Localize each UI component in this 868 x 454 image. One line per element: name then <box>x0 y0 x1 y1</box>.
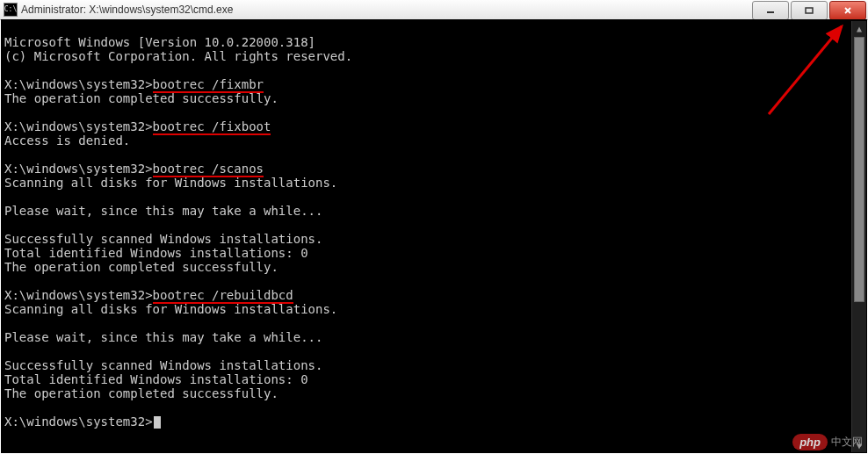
maximize-button[interactable] <box>791 1 828 20</box>
blank-line <box>4 105 11 119</box>
blank-line <box>4 400 11 414</box>
output-line: The operation completed successfully. <box>4 260 278 274</box>
scroll-up-arrow-icon[interactable]: ▲ <box>852 21 866 35</box>
output-line: Total identified Windows installations: … <box>4 372 308 386</box>
blank-line <box>4 274 11 288</box>
cmd-icon-glyph: C:\ <box>4 6 17 13</box>
output-line: The operation completed successfully. <box>4 91 278 105</box>
command-text: bootrec /fixboot <box>153 119 271 135</box>
output-line: Total identified Windows installations: … <box>4 246 308 260</box>
cursor <box>154 416 161 429</box>
output-line: Successfully scanned Windows installatio… <box>4 358 322 372</box>
close-button[interactable] <box>829 1 866 20</box>
output-line: Scanning all disks for Windows installat… <box>4 176 337 190</box>
maximize-icon <box>805 6 814 15</box>
output-line: Scanning all disks for Windows installat… <box>4 302 337 316</box>
window-controls <box>752 0 868 19</box>
current-prompt-line: X:\windows\system32> <box>4 414 161 429</box>
watermark-badge: php <box>792 434 828 450</box>
output-line: Please wait, since this may take a while… <box>4 204 322 218</box>
prompt-text: X:\windows\system32> <box>4 77 153 91</box>
blank-line <box>4 63 11 77</box>
blank-line <box>4 148 11 162</box>
output-line: Successfully scanned Windows installatio… <box>4 232 322 246</box>
output-line: The operation completed successfully. <box>4 386 278 400</box>
header-line: Microsoft Windows [Version 10.0.22000.31… <box>4 35 315 49</box>
header-line: (c) Microsoft Corporation. All rights re… <box>4 49 352 63</box>
watermark: php 中文网 <box>792 434 863 450</box>
minimize-icon <box>766 6 775 15</box>
prompt-text: X:\windows\system32> <box>4 119 153 133</box>
watermark-text: 中文网 <box>831 435 863 450</box>
cmd-window: C:\ Administrator: X:\windows\system32\c… <box>0 0 868 454</box>
output-line: Please wait, since this may take a while… <box>4 330 322 344</box>
svg-rect-1 <box>806 8 813 13</box>
prompt-text: X:\windows\system32> <box>4 288 153 302</box>
scroll-thumb[interactable] <box>854 37 864 302</box>
output-line: Access is denied. <box>4 133 130 148</box>
titlebar[interactable]: C:\ Administrator: X:\windows\system32\c… <box>0 0 868 20</box>
close-icon <box>843 6 852 15</box>
prompt-text: X:\windows\system32> <box>4 162 153 176</box>
prompt-text: X:\windows\system32> <box>4 414 153 429</box>
vertical-scrollbar[interactable]: ▲ ▼ <box>851 21 866 452</box>
terminal-output[interactable]: Microsoft Windows [Version 10.0.22000.31… <box>1 19 867 453</box>
minimize-button[interactable] <box>752 1 789 20</box>
window-title: Administrator: X:\windows\system32\cmd.e… <box>21 4 233 16</box>
cmd-icon: C:\ <box>4 3 18 17</box>
